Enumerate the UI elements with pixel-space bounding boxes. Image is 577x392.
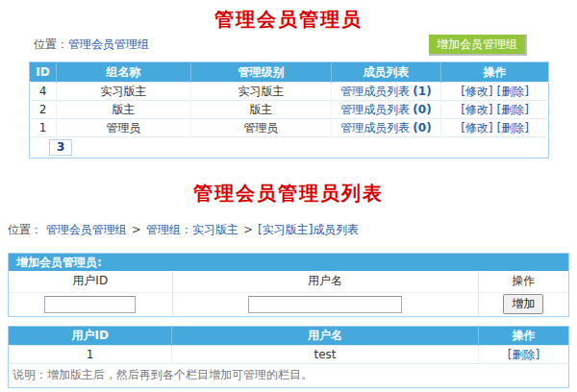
- cell-actions: [修改][删除]: [441, 119, 549, 137]
- members-count: (0): [413, 121, 431, 135]
- cell-group-name: 版主: [57, 101, 191, 119]
- table-row: 4 实习版主 实习版主 管理成员列表(1) [修改][删除]: [30, 83, 549, 101]
- col-header-action: 操作: [478, 327, 568, 346]
- add-member-button[interactable]: 增加: [503, 294, 543, 314]
- cell-level: 版主: [191, 101, 332, 119]
- cell-id: 4: [30, 83, 57, 101]
- col-header-members: 成员列表: [332, 62, 441, 83]
- submit-cell: 增加: [478, 292, 568, 316]
- breadcrumb-link-member-list[interactable]: [实习版主]成员列表: [258, 223, 359, 236]
- add-member-form: 增加会员管理员: 用户ID 用户名 操作 增加: [8, 253, 569, 317]
- col-header-actions: 操作: [441, 62, 549, 83]
- members-list-link[interactable]: 管理成员列表(1): [340, 85, 431, 98]
- cell-actions: [修改][删除]: [441, 101, 549, 119]
- cell-members: 管理成员列表(0): [332, 119, 441, 137]
- cell-user-name: test: [172, 346, 479, 364]
- breadcrumb-label: 位置：: [8, 223, 42, 236]
- col-header-user-id: 用户ID: [9, 327, 172, 346]
- member-groups-table: ID 组名称 管理级别 成员列表 操作 4 实习版主 实习版主 管理成员列表(1…: [29, 61, 549, 159]
- col-header-id: ID: [30, 62, 57, 83]
- pagination-cell: 3: [30, 137, 549, 159]
- members-list-link[interactable]: 管理成员列表(0): [340, 103, 431, 116]
- cell-members: 管理成员列表(0): [332, 101, 441, 119]
- members-list-link[interactable]: 管理成员列表(0): [340, 121, 431, 135]
- note-text: 说明：增加版主后，然后再到各个栏目增加可管理的栏目。: [9, 364, 569, 388]
- cell-level: 管理员: [191, 119, 332, 137]
- breadcrumb-separator: >: [132, 223, 141, 236]
- cell-group-name: 管理员: [57, 119, 191, 137]
- page-title-members-list: 管理会员管理员列表: [0, 159, 577, 208]
- form-col-user-id: 用户ID: [9, 271, 172, 292]
- delete-link[interactable]: [删除]: [508, 348, 539, 361]
- breadcrumb-row-2: 位置： 管理会员管理组>管理组：实习版主>[实习版主]成员列表: [8, 222, 569, 237]
- members-table: 用户ID 用户名 操作 1 test [删除] 说明：增加版主后，然后再到各个栏…: [8, 326, 569, 388]
- user-id-input[interactable]: [44, 296, 136, 313]
- user-name-input[interactable]: [248, 296, 402, 313]
- col-header-group-name: 组名称: [57, 62, 191, 83]
- members-list-label: 管理成员列表: [340, 121, 410, 135]
- breadcrumb-label: 位置：: [34, 37, 68, 51]
- edit-link[interactable]: [修改]: [461, 85, 492, 98]
- cell-action: [删除]: [478, 346, 568, 364]
- form-input-row: 增加: [9, 292, 568, 316]
- page-number[interactable]: 3: [49, 139, 72, 156]
- breadcrumb: 位置：管理会员管理组: [34, 37, 149, 53]
- form-col-action: 操作: [478, 271, 568, 292]
- delete-link[interactable]: [删除]: [497, 103, 529, 116]
- cell-id: 1: [30, 119, 57, 137]
- edit-link[interactable]: [修改]: [461, 121, 492, 135]
- breadcrumb-link-group[interactable]: 管理组：实习版主: [146, 223, 238, 236]
- members-table-header-row: 用户ID 用户名 操作: [9, 327, 569, 346]
- delete-link[interactable]: [删除]: [497, 85, 529, 98]
- breadcrumb-link-groups[interactable]: 管理会员管理组: [46, 223, 127, 236]
- cell-group-name: 实习版主: [57, 83, 191, 101]
- breadcrumb-row-1: 位置：管理会员管理组 增加会员管理组: [34, 35, 527, 55]
- form-label-row: 用户ID 用户名 操作: [9, 271, 568, 292]
- cell-user-id: 1: [9, 346, 172, 364]
- members-list-label: 管理成员列表: [340, 103, 410, 116]
- table-row: 1 test [删除]: [9, 346, 569, 364]
- user-id-cell: [9, 292, 172, 316]
- col-header-level: 管理级别: [191, 62, 332, 83]
- edit-link[interactable]: [修改]: [461, 103, 492, 116]
- breadcrumb-separator: >: [243, 223, 253, 236]
- table-row: 1 管理员 管理员 管理成员列表(0) [修改][删除]: [30, 119, 549, 137]
- groups-table-header-row: ID 组名称 管理级别 成员列表 操作: [30, 62, 549, 83]
- members-count: (0): [413, 103, 431, 116]
- pagination-row: 3: [30, 137, 549, 159]
- page-title-groups: 管理会员管理员: [0, 0, 577, 28]
- cell-level: 实习版主: [191, 83, 332, 101]
- col-header-user-name: 用户名: [172, 327, 479, 346]
- user-name-cell: [172, 292, 478, 316]
- form-col-user-name: 用户名: [172, 271, 478, 292]
- cell-actions: [修改][删除]: [441, 83, 549, 101]
- add-member-form-table: 用户ID 用户名 操作 增加: [9, 271, 568, 316]
- cell-members: 管理成员列表(1): [332, 83, 441, 101]
- members-count: (1): [413, 85, 431, 98]
- delete-link[interactable]: [删除]: [497, 121, 529, 135]
- table-row: 2 版主 版主 管理成员列表(0) [修改][删除]: [30, 101, 549, 119]
- members-list-label: 管理成员列表: [340, 85, 410, 98]
- add-member-form-title: 增加会员管理员:: [9, 254, 568, 271]
- add-group-button[interactable]: 增加会员管理组: [429, 35, 527, 56]
- cell-id: 2: [30, 101, 57, 119]
- note-row: 说明：增加版主后，然后再到各个栏目增加可管理的栏目。: [9, 364, 569, 388]
- breadcrumb-link-groups[interactable]: 管理会员管理组: [68, 37, 149, 51]
